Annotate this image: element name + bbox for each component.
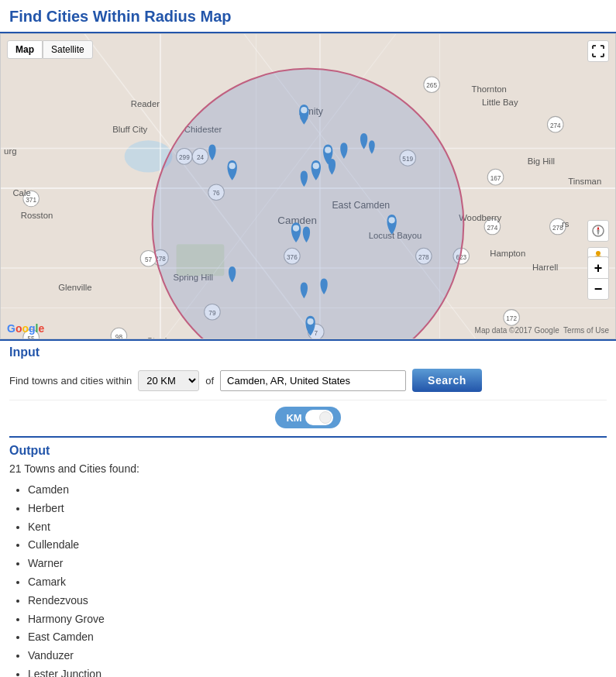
radius-select[interactable]: 1 KM 5 KM 10 KM 20 KM 50 KM 100 KM xyxy=(138,370,199,391)
terms-of-use-link[interactable]: Terms of Use xyxy=(563,326,609,335)
map-attribution: Map data ©2017 Google Terms of Use xyxy=(475,326,609,335)
svg-point-87 xyxy=(597,230,600,232)
svg-text:Woodberry: Woodberry xyxy=(459,213,501,222)
result-count: 21 Towns and Cities found: xyxy=(9,462,607,475)
map-zoom-in-btn[interactable]: + xyxy=(587,256,609,278)
map-type-controls: Map Satellite xyxy=(7,40,93,59)
input-prompt-text: Find towns and cities within xyxy=(9,375,132,387)
page-title: Find Cities Within Radius Map xyxy=(0,0,616,33)
svg-text:Tinsman: Tinsman xyxy=(568,177,601,186)
map-container: 299 371 24 76 278 376 7 79 98 55 57 519 … xyxy=(0,33,616,339)
list-item: East Camden xyxy=(28,628,607,647)
svg-text:Rosston: Rosston xyxy=(21,211,53,220)
map-zoom-controls: + − xyxy=(587,256,609,300)
svg-text:265: 265 xyxy=(426,82,437,89)
toggle-row: KM xyxy=(9,400,607,433)
toggle-knob xyxy=(319,411,332,424)
svg-point-79 xyxy=(301,107,307,113)
svg-text:Thornton: Thornton xyxy=(472,84,507,94)
input-row: Find towns and cities within 1 KM 5 KM 1… xyxy=(9,363,607,400)
svg-text:Harrell: Harrell xyxy=(532,263,558,272)
svg-text:urg: urg xyxy=(4,146,16,156)
output-section: Output 21 Towns and Cities found: Camden… xyxy=(0,436,616,677)
svg-text:Glenville: Glenville xyxy=(58,283,91,292)
output-section-label: Output xyxy=(9,436,607,462)
input-section: Input Find towns and cities within 1 KM … xyxy=(0,339,616,433)
toggle-switch[interactable] xyxy=(305,410,333,425)
svg-point-88 xyxy=(596,251,601,256)
svg-text:57: 57 xyxy=(145,256,153,263)
city-list: CamdenHerbertKentCullendaleWarnerCamarkR… xyxy=(9,481,607,677)
svg-point-81 xyxy=(325,147,331,153)
svg-text:274: 274 xyxy=(487,225,498,232)
location-input[interactable] xyxy=(220,370,406,391)
svg-text:Little Bay: Little Bay xyxy=(482,98,518,107)
map-type-satellite-btn[interactable]: Satellite xyxy=(43,40,93,59)
svg-point-83 xyxy=(293,225,299,231)
svg-text:Big Hill: Big Hill xyxy=(528,156,555,166)
list-item: Warner xyxy=(28,555,607,573)
list-item: Camark xyxy=(28,573,607,592)
svg-text:167: 167 xyxy=(490,175,501,182)
svg-point-85 xyxy=(307,318,313,325)
list-item: Rendezvous xyxy=(28,592,607,610)
svg-text:Stephens: Stephens xyxy=(146,336,184,338)
svg-text:Bluff City: Bluff City xyxy=(112,125,147,134)
svg-text:274: 274 xyxy=(550,122,561,129)
toggle-wrapper[interactable]: KM xyxy=(275,407,340,428)
svg-text:172: 172 xyxy=(506,315,517,322)
list-item: Kent xyxy=(28,518,607,537)
map-type-map-btn[interactable]: Map xyxy=(7,40,43,59)
list-item: Vanduzer xyxy=(28,647,607,665)
list-item: Harmony Grove xyxy=(28,610,607,629)
toggle-label: KM xyxy=(286,412,301,424)
svg-text:98: 98 xyxy=(115,334,123,338)
svg-text:rs: rs xyxy=(562,219,570,229)
map-zoom-out-btn[interactable]: − xyxy=(587,278,609,300)
input-section-label: Input xyxy=(9,341,607,363)
svg-point-84 xyxy=(389,217,395,223)
svg-text:Cale: Cale xyxy=(12,188,30,198)
list-item: Lester Junction xyxy=(28,665,607,677)
search-button[interactable]: Search xyxy=(412,369,482,392)
svg-text:Reader: Reader xyxy=(131,99,160,108)
svg-text:55: 55 xyxy=(28,335,36,338)
list-item: Cullendale xyxy=(28,536,607,555)
map-compass-btn[interactable] xyxy=(587,220,609,242)
of-text: of xyxy=(205,375,214,387)
svg-point-82 xyxy=(313,163,319,169)
svg-text:Hampton: Hampton xyxy=(490,249,525,258)
google-logo: Google xyxy=(7,322,44,335)
page-wrapper: Find Cities Within Radius Map xyxy=(0,0,616,677)
list-item: Camden xyxy=(28,481,607,500)
list-item: Herbert xyxy=(28,500,607,518)
svg-point-80 xyxy=(229,163,236,169)
map-fullscreen-btn[interactable] xyxy=(587,40,609,62)
